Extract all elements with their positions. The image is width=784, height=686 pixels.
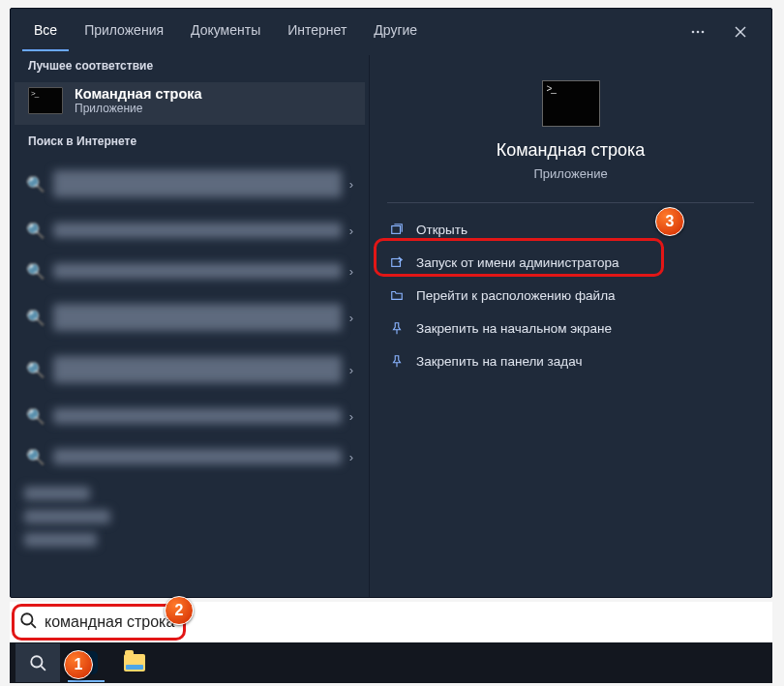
tab-apps[interactable]: Приложения — [73, 13, 175, 51]
action-open-location[interactable]: Перейти к расположению файла — [379, 279, 762, 312]
web-result[interactable]: 🔍› — [16, 251, 363, 291]
chevron-right-icon: › — [349, 450, 353, 464]
best-match-subtitle: Приложение — [75, 102, 202, 115]
divider — [387, 202, 754, 203]
search-icon — [29, 654, 46, 671]
folder-icon — [389, 287, 405, 303]
web-result[interactable]: 🔍› — [16, 343, 363, 396]
search-icon: 🔍 — [26, 222, 45, 240]
taskbar-explorer[interactable] — [112, 643, 157, 682]
close-button[interactable] — [721, 13, 760, 51]
chevron-right-icon: › — [349, 177, 353, 192]
preview-title: Командная строка — [497, 140, 646, 161]
best-match-header: Лучшее соответствие — [11, 55, 369, 82]
svg-line-10 — [31, 623, 36, 628]
other-results — [11, 477, 369, 547]
chevron-right-icon: › — [349, 264, 353, 279]
open-icon — [389, 222, 405, 237]
web-result[interactable]: 🔍› — [16, 396, 363, 436]
chevron-right-icon: › — [349, 409, 353, 424]
web-result[interactable]: 🔍› — [16, 158, 363, 210]
results-list: Лучшее соответствие Командная строка При… — [11, 55, 369, 597]
action-pin-start[interactable]: Закрепить на начальном экране — [379, 312, 762, 344]
search-bar[interactable] — [10, 602, 772, 642]
pin-icon — [389, 353, 405, 369]
action-label: Закрепить на начальном экране — [416, 321, 612, 336]
search-icon — [19, 611, 37, 633]
svg-point-2 — [702, 31, 705, 34]
search-icon: 🔍 — [26, 448, 45, 466]
search-panel: Все Приложения Документы Интернет Другие… — [10, 8, 772, 598]
action-open[interactable]: Открыть — [379, 213, 762, 246]
tab-all[interactable]: Все — [22, 13, 69, 51]
chevron-right-icon: › — [349, 224, 353, 238]
svg-point-0 — [692, 31, 695, 34]
search-icon: 🔍 — [26, 262, 45, 281]
svg-line-12 — [41, 666, 45, 671]
web-result[interactable]: 🔍› — [16, 436, 363, 477]
search-input[interactable] — [45, 613, 763, 631]
action-label: Открыть — [416, 223, 467, 237]
step-badge-3: 3 — [655, 207, 684, 236]
step-badge-1: 1 — [64, 650, 93, 679]
cmd-thumb-icon — [28, 87, 63, 114]
action-pin-taskbar[interactable]: Закрепить на панели задач — [379, 344, 762, 377]
cmd-preview-icon — [542, 80, 600, 127]
search-icon: 🔍 — [26, 175, 45, 194]
tab-web[interactable]: Интернет — [276, 13, 358, 51]
web-result[interactable]: 🔍› — [16, 291, 363, 343]
action-label: Закрепить на панели задач — [416, 354, 582, 369]
tab-docs[interactable]: Документы — [179, 13, 272, 51]
chevron-right-icon: › — [349, 363, 353, 377]
svg-rect-6 — [392, 259, 401, 267]
taskbar: Ps — [10, 642, 772, 683]
action-label: Перейти к расположению файла — [416, 288, 616, 303]
actions-list: Открыть Запуск от имени администратора П… — [370, 209, 771, 381]
preview-pane: Командная строка Приложение Открыть Запу… — [369, 55, 771, 597]
search-icon: 🔍 — [26, 361, 45, 379]
close-icon — [733, 24, 748, 40]
web-result[interactable]: 🔍› — [16, 210, 363, 251]
explorer-icon — [124, 654, 145, 671]
search-icon: 🔍 — [26, 407, 45, 426]
search-icon: 🔍 — [26, 309, 45, 327]
more-icon — [690, 24, 706, 40]
best-match-item[interactable]: Командная строка Приложение — [15, 82, 365, 125]
svg-point-1 — [697, 31, 700, 34]
more-button[interactable] — [678, 13, 717, 51]
tab-other[interactable]: Другие — [362, 13, 429, 51]
svg-point-9 — [21, 613, 32, 624]
pin-icon — [389, 320, 405, 336]
svg-rect-5 — [392, 226, 401, 234]
action-run-as-admin[interactable]: Запуск от имени администратора — [379, 246, 762, 279]
action-label: Запуск от имени администратора — [416, 255, 619, 270]
svg-point-11 — [31, 656, 42, 667]
web-search-header: Поиск в Интернете — [11, 131, 369, 158]
best-match-title: Командная строка — [75, 86, 202, 102]
tabs-row: Все Приложения Документы Интернет Другие — [11, 9, 771, 55]
admin-icon — [389, 254, 405, 270]
taskbar-search-button[interactable] — [15, 643, 60, 682]
preview-subtitle: Приложение — [533, 166, 607, 181]
step-badge-2: 2 — [165, 596, 194, 625]
chevron-right-icon: › — [349, 311, 353, 325]
